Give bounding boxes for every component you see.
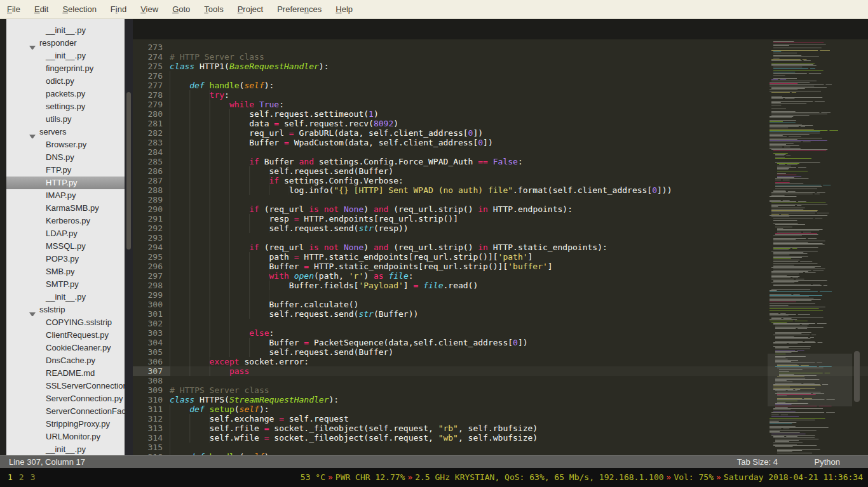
tree-item-cookiecleaner-py[interactable]: CookieCleaner.py bbox=[6, 342, 125, 354]
minimap[interactable] bbox=[768, 41, 852, 455]
workspace-1[interactable]: 1 bbox=[8, 468, 13, 487]
code-line-311[interactable]: 311def setup(self): bbox=[133, 404, 868, 414]
tree-item-mssql-py[interactable]: MSSQL.py bbox=[6, 240, 125, 253]
editor-scrollbar-thumb[interactable] bbox=[854, 351, 860, 402]
code-line-308[interactable]: 308 bbox=[133, 376, 868, 385]
menu-item-preferences[interactable]: Preferences bbox=[270, 0, 329, 19]
tree-item-serverconnection-py[interactable]: ServerConnection.py bbox=[6, 392, 125, 405]
code-line-283[interactable]: 283Buffer = WpadCustom(data, self.client… bbox=[133, 138, 868, 147]
tree-item-packets-py[interactable]: packets.py bbox=[6, 88, 125, 100]
menu-item-project[interactable]: Project bbox=[231, 0, 270, 19]
code-line-300[interactable]: 300Buffer.calculate() bbox=[133, 300, 868, 309]
tree-item-serverconnectionfact[interactable]: ServerConnectionFact bbox=[6, 405, 125, 418]
tree-item-responder[interactable]: responder bbox=[6, 37, 125, 50]
code-line-310[interactable]: 310class HTTPS(StreamRequestHandler): bbox=[133, 395, 868, 404]
tree-item-ldap-py[interactable]: LDAP.py bbox=[6, 227, 125, 240]
code-line-301[interactable]: 301self.request.send(str(Buffer)) bbox=[133, 309, 868, 319]
tree-item-clientrequest-py[interactable]: ClientRequest.py bbox=[6, 329, 125, 342]
minimap-viewport[interactable] bbox=[768, 354, 852, 406]
sidebar-file-tree[interactable]: __init__.pyresponder__init__.pyfingerpri… bbox=[6, 19, 125, 455]
code-line-273[interactable]: 273 bbox=[133, 43, 868, 52]
tree-item-readme-md[interactable]: README.md bbox=[6, 367, 125, 380]
code-line-295[interactable]: 295path = HTTP.static_endpoints[req_url.… bbox=[133, 252, 868, 262]
workspace-3[interactable]: 3 bbox=[31, 468, 36, 487]
code-line-293[interactable]: 293 bbox=[133, 233, 868, 243]
code-line-307[interactable]: 307pass bbox=[133, 366, 868, 376]
tree-item-browser-py[interactable]: Browser.py bbox=[6, 138, 125, 151]
code-line-312[interactable]: 312self.exchange = self.request bbox=[133, 414, 868, 424]
tree-item-imap-py[interactable]: IMAP.py bbox=[6, 189, 125, 202]
tree-item-urlmonitor-py[interactable]: URLMonitor.py bbox=[6, 430, 125, 443]
tree-item--init-py[interactable]: __init__.py bbox=[6, 50, 125, 62]
menu-item-view[interactable]: View bbox=[133, 0, 165, 19]
code-line-298[interactable]: 298Buffer.fields['Payload'] = file.read(… bbox=[133, 281, 868, 290]
menu-item-help[interactable]: Help bbox=[329, 0, 360, 19]
tree-item-strippingproxy-py[interactable]: StrippingProxy.py bbox=[6, 418, 125, 430]
tree-item-copying-sslstrip[interactable]: COPYING.sslstrip bbox=[6, 316, 125, 329]
code-editor[interactable]: 273274# HTTP Server class275class HTTP1(… bbox=[133, 19, 868, 455]
tree-item-kerberos-py[interactable]: Kerberos.py bbox=[6, 215, 125, 227]
sidebar-scrollbar[interactable] bbox=[125, 19, 133, 455]
tree-item-dns-py[interactable]: DNS.py bbox=[6, 151, 125, 164]
code-line-296[interactable]: 296Buffer = HTTP.static_endpoints[req_ur… bbox=[133, 262, 868, 271]
code-line-275[interactable]: 275class HTTP1(BaseRequestHandler): bbox=[133, 62, 868, 71]
menu-item-goto[interactable]: Goto bbox=[165, 0, 197, 19]
code-line-282[interactable]: 282req_url = GrabURL(data, self.client_a… bbox=[133, 128, 868, 138]
workspace-2[interactable]: 2 bbox=[19, 468, 24, 487]
code-line-303[interactable]: 303else: bbox=[133, 328, 868, 338]
tree-item-pop3-py[interactable]: POP3.py bbox=[6, 253, 125, 265]
syntax-mode-indicator[interactable]: Python bbox=[815, 456, 840, 468]
tree-item-karmasmb-py[interactable]: KarmaSMB.py bbox=[6, 202, 125, 215]
code-line-306[interactable]: 306except socket.error: bbox=[133, 357, 868, 366]
tree-item-settings-py[interactable]: settings.py bbox=[6, 100, 125, 113]
code-line-278[interactable]: 278try: bbox=[133, 90, 868, 100]
code-line-299[interactable]: 299 bbox=[133, 290, 868, 300]
tree-item-sslserverconnection-[interactable]: SSLServerConnection. bbox=[6, 380, 125, 392]
code-line-289[interactable]: 289 bbox=[133, 195, 868, 204]
tree-item-ftp-py[interactable]: FTP.py bbox=[6, 164, 125, 177]
code-line-315[interactable]: 315 bbox=[133, 443, 868, 452]
menu-item-edit[interactable]: Edit bbox=[27, 0, 55, 19]
tree-item-dnscache-py[interactable]: DnsCache.py bbox=[6, 354, 125, 367]
code-line-286[interactable]: 286self.request.send(Buffer) bbox=[133, 166, 868, 176]
menu-item-selection[interactable]: Selection bbox=[55, 0, 103, 19]
code-line-297[interactable]: 297with open(path, 'r') as file: bbox=[133, 271, 868, 281]
code-line-274[interactable]: 274# HTTP Server class bbox=[133, 52, 868, 62]
code-line-287[interactable]: 287if settings.Config.Verbose: bbox=[133, 176, 868, 185]
code-line-281[interactable]: 281data = self.request.recv(8092) bbox=[133, 119, 868, 128]
code-line-292[interactable]: 292self.request.send(str(resp)) bbox=[133, 223, 868, 233]
menu-item-find[interactable]: Find bbox=[104, 0, 133, 19]
tree-item-servers[interactable]: servers bbox=[6, 126, 125, 138]
code-line-277[interactable]: 277def handle(self): bbox=[133, 81, 868, 90]
tree-item--init-py[interactable]: __init__.py bbox=[6, 291, 125, 304]
tab-size-indicator[interactable]: Tab Size: 4 bbox=[737, 456, 778, 468]
code-line-284[interactable]: 284 bbox=[133, 147, 868, 157]
code-area[interactable]: 273274# HTTP Server class275class HTTP1(… bbox=[133, 39, 868, 455]
code-line-280[interactable]: 280self.request.settimeout(1) bbox=[133, 109, 868, 119]
tree-item-http-py[interactable]: HTTP.py bbox=[6, 177, 125, 189]
code-line-305[interactable]: 305self.request.send(Buffer) bbox=[133, 347, 868, 357]
code-line-309[interactable]: 309# HTTPS Server class bbox=[133, 385, 868, 395]
tree-item--init-py[interactable]: __init__.py bbox=[6, 24, 125, 37]
menu-item-file[interactable]: File bbox=[0, 0, 27, 19]
tree-item-smb-py[interactable]: SMB.py bbox=[6, 265, 125, 278]
code-line-290[interactable]: 290if (req_url is not None) and (req_url… bbox=[133, 204, 868, 214]
sidebar-scrollbar-thumb[interactable] bbox=[126, 92, 131, 250]
code-line-302[interactable]: 302 bbox=[133, 319, 868, 328]
tree-item-smtp-py[interactable]: SMTP.py bbox=[6, 278, 125, 291]
code-line-279[interactable]: 279while True: bbox=[133, 100, 868, 109]
code-line-313[interactable]: 313self.rfile = socket._fileobject(self.… bbox=[133, 424, 868, 433]
code-line-285[interactable]: 285if Buffer and settings.Config.Force_W… bbox=[133, 157, 868, 166]
code-line-304[interactable]: 304Buffer = PacketSequence(data,self.cli… bbox=[133, 338, 868, 347]
tree-item-sslstrip[interactable]: sslstrip bbox=[6, 304, 125, 316]
code-line-276[interactable]: 276 bbox=[133, 71, 868, 81]
menu-item-tools[interactable]: Tools bbox=[197, 0, 230, 19]
code-line-291[interactable]: 291resp = HTTP.endpoints[req_url.strip()… bbox=[133, 214, 868, 223]
code-line-288[interactable]: 288log.info("{} [HTTP] Sent WPAD (no aut… bbox=[133, 185, 868, 195]
tree-item-fingerprint-py[interactable]: fingerprint.py bbox=[6, 62, 125, 75]
tree-item-odict-py[interactable]: odict.py bbox=[6, 75, 125, 88]
code-line-294[interactable]: 294if (req_url is not None) and (req_url… bbox=[133, 243, 868, 252]
code-line-314[interactable]: 314self.wfile = socket._fileobject(self.… bbox=[133, 433, 868, 443]
tree-item--init-py[interactable]: __init__.py bbox=[6, 443, 125, 455]
tree-item-utils-py[interactable]: utils.py bbox=[6, 113, 125, 126]
